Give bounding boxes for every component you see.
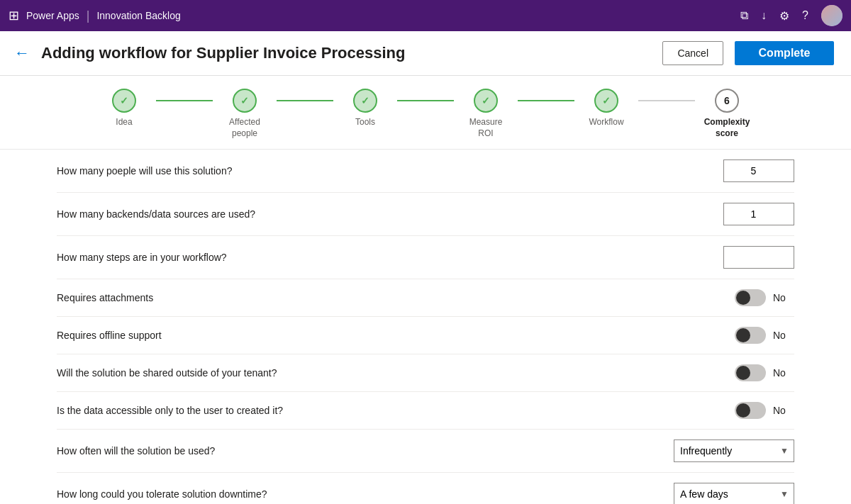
form-row-attachments: Requires attachments No (57, 279, 794, 317)
connector-5 (638, 100, 695, 101)
toggle-thumb-shared (736, 366, 750, 380)
connector-1 (156, 100, 213, 101)
step-label-affected: Affectedpeople (229, 117, 260, 139)
toggle-label-offline: No (773, 330, 794, 341)
step-label-complexity: Complexityscore (704, 117, 750, 139)
toggle-data-access-wrapper: No (735, 402, 794, 419)
back-button[interactable]: ← (14, 44, 30, 62)
form-row-data-access: Is the data accessible only to the user … (57, 392, 794, 430)
avatar[interactable] (821, 5, 842, 26)
select-frequency-wrapper: Infrequently Occasionally Frequently Dai… (674, 439, 794, 462)
form-area: How many poeple will use this solution? … (0, 150, 851, 504)
step-affected-people: Affectedpeople (213, 89, 277, 139)
toggle-shared[interactable] (735, 364, 766, 381)
step-circle-idea (112, 89, 136, 113)
step-circle-affected (233, 89, 257, 113)
toggle-thumb-offline (736, 328, 750, 342)
toggle-attachments-wrapper: No (735, 289, 794, 306)
connector-2 (277, 100, 333, 101)
form-row-frequency: How often will the solution be used? Inf… (57, 430, 794, 473)
form-row-downtime: How long could you tolerate solution dow… (57, 473, 794, 504)
input-steps[interactable] (723, 246, 794, 269)
label-backends: How many backends/data sources are used? (57, 208, 709, 220)
window-icon[interactable]: ⧉ (740, 9, 748, 22)
toggle-thumb-data-access (736, 403, 750, 418)
step-label-roi: MeasureROI (469, 117, 503, 139)
select-downtime[interactable]: A few days A few hours Minutes Seconds (674, 483, 794, 504)
connector-3 (397, 100, 454, 101)
toggle-shared-wrapper: No (735, 364, 794, 381)
nav-separator: | (87, 9, 90, 23)
form-row-shared: Will the solution be shared outside of y… (57, 354, 794, 392)
step-label-workflow: Workflow (589, 117, 623, 128)
step-idea: Idea (92, 89, 156, 128)
step-measure-roi: MeasureROI (454, 89, 518, 139)
label-shared: Will the solution be shared outside of y… (57, 367, 721, 379)
toggle-track-data-access (735, 402, 766, 419)
toggle-track-attachments (735, 289, 766, 306)
download-icon[interactable]: ↓ (761, 9, 767, 22)
main-content: ← Adding workflow for Supplier Invoice P… (0, 31, 851, 504)
grid-icon[interactable]: ⊞ (9, 8, 19, 23)
select-downtime-wrapper: A few days A few hours Minutes Seconds ▼ (674, 483, 794, 504)
toggle-data-access[interactable] (735, 402, 766, 419)
input-backends[interactable] (723, 203, 794, 225)
toggle-thumb-attachments (736, 291, 750, 305)
step-complexity: 6 Complexityscore (695, 89, 759, 139)
step-circle-tools (353, 89, 377, 113)
checkmark-workflow (602, 95, 611, 106)
complete-button[interactable]: Complete (735, 41, 834, 65)
app-name: Power Apps (26, 10, 79, 21)
form-row-people: How many poeple will use this solution? (57, 150, 794, 193)
connector-4 (518, 100, 574, 101)
avatar-image (821, 5, 842, 26)
select-frequency[interactable]: Infrequently Occasionally Frequently Dai… (674, 439, 794, 462)
toggle-offline-wrapper: No (735, 327, 794, 344)
toggle-attachments[interactable] (735, 289, 766, 306)
label-frequency: How often will the solution be used? (57, 445, 660, 457)
form-row-offline: Requires offline support No (57, 317, 794, 354)
topbar: ⊞ Power Apps | Innovation Backlog ⧉ ↓ ⚙ … (0, 0, 851, 31)
toggle-track-offline (735, 327, 766, 344)
form-row-steps: How many steps are in your workflow? (57, 236, 794, 279)
label-data-access: Is the data accessible only to the user … (57, 405, 721, 416)
stepper: Idea Affectedpeople Tools MeasureROI (0, 76, 851, 150)
section-name: Innovation Backlog (96, 10, 180, 21)
page-title: Adding workflow for Supplier Invoice Pro… (41, 44, 651, 62)
checkmark-idea (120, 95, 128, 106)
step-tools: Tools (333, 89, 397, 128)
cancel-button[interactable]: Cancel (662, 41, 723, 65)
checkmark-roi (482, 95, 490, 106)
settings-icon[interactable]: ⚙ (779, 9, 789, 23)
toggle-track-shared (735, 364, 766, 381)
step-workflow: Workflow (574, 89, 638, 128)
step-number-complexity: 6 (724, 95, 730, 106)
toggle-label-attachments: No (773, 292, 794, 303)
toggle-label-data-access: No (773, 405, 794, 416)
help-icon[interactable]: ? (802, 9, 808, 22)
step-label-tools: Tools (355, 117, 375, 128)
form-row-backends: How many backends/data sources are used? (57, 193, 794, 236)
toggle-offline[interactable] (735, 327, 766, 344)
input-people[interactable] (723, 159, 794, 182)
step-circle-complexity: 6 (715, 89, 739, 113)
checkmark-tools (361, 95, 369, 106)
step-circle-roi (474, 89, 498, 113)
checkmark-affected (240, 95, 249, 106)
step-circle-workflow (594, 89, 618, 113)
label-people: How many poeple will use this solution? (57, 165, 709, 177)
header-row: ← Adding workflow for Supplier Invoice P… (0, 31, 851, 76)
toggle-label-shared: No (773, 367, 794, 379)
topbar-right: ⧉ ↓ ⚙ ? (740, 5, 842, 26)
label-downtime: How long could you tolerate solution dow… (57, 488, 660, 500)
label-steps: How many steps are in your workflow? (57, 252, 709, 263)
step-label-idea: Idea (116, 117, 132, 128)
label-offline: Requires offline support (57, 330, 721, 341)
label-attachments: Requires attachments (57, 292, 721, 303)
